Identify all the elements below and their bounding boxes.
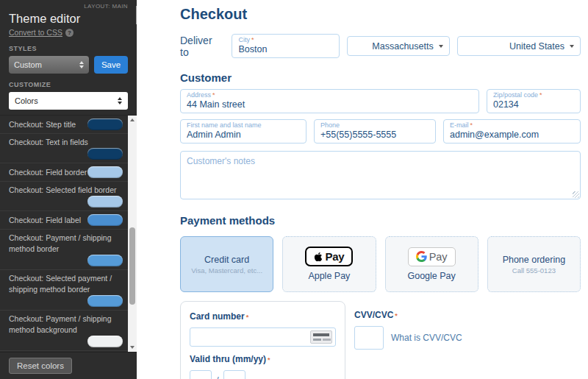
- save-button[interactable]: Save: [94, 56, 128, 74]
- scroll-down-icon[interactable]: [128, 343, 137, 352]
- required-asterisk: *: [246, 314, 249, 321]
- required-asterisk: *: [395, 312, 398, 319]
- payment-method-credit-card[interactable]: Credit card Visa, Mastercard, etc...: [180, 236, 273, 292]
- required-asterisk: *: [470, 121, 473, 129]
- color-item-selected-field-border[interactable]: Checkout: Selected field border: [0, 181, 137, 210]
- valid-thru-month-input[interactable]: [190, 370, 212, 379]
- style-select[interactable]: Custom: [9, 56, 89, 74]
- payment-methods-heading: Payment methods: [180, 214, 581, 227]
- reset-colors-button[interactable]: Reset colors: [9, 358, 72, 374]
- color-item-label: Checkout: Field border: [9, 167, 87, 178]
- payment-method-phone-ordering[interactable]: Phone ordering Call 555-0123: [487, 236, 581, 292]
- email-field-label: E-mail: [450, 121, 469, 129]
- color-item-method-border[interactable]: Checkout: Payment / shipping method bord…: [0, 229, 137, 269]
- color-swatch[interactable]: [87, 336, 123, 347]
- scrollbar-thumb[interactable]: [129, 227, 135, 305]
- email-field-value: admin@example.com: [450, 130, 574, 141]
- color-item-field-label[interactable]: Checkout: Field label: [0, 210, 137, 229]
- color-item-label: Checkout: Text in fields: [9, 137, 88, 148]
- color-item-step-title[interactable]: Checkout: Step title: [0, 116, 137, 133]
- color-item-method-background[interactable]: Checkout: Payment / shipping method back…: [0, 310, 137, 350]
- select-arrows-icon: [118, 97, 122, 105]
- apple-pay-badge: Pay: [305, 247, 353, 266]
- state-select[interactable]: Massachusetts: [347, 36, 450, 56]
- valid-thru-label: Valid thru (mm/yy): [190, 354, 266, 364]
- color-item-label: Checkout: Payment / shipping method back…: [9, 314, 123, 336]
- payment-method-subtitle: Call 555-0123: [512, 266, 556, 275]
- payment-method-title: Credit card: [204, 254, 249, 266]
- country-select[interactable]: United States: [457, 36, 581, 56]
- required-asterisk: *: [251, 36, 254, 43]
- required-asterisk: *: [212, 91, 215, 99]
- sidebar-footer: Reset colors: [0, 352, 137, 379]
- required-asterisk: *: [539, 91, 542, 99]
- color-swatch[interactable]: [87, 118, 123, 130]
- badge-pay-text: Pay: [429, 251, 448, 263]
- cvv-column: CVV/CVC* What is CVV/CVC: [354, 301, 462, 379]
- styles-label: STYLES: [9, 45, 128, 53]
- sidebar-title: Theme editor: [9, 12, 128, 26]
- zip-field-value: 02134: [493, 99, 574, 110]
- convert-to-css-link[interactable]: Convert to CSS: [9, 28, 62, 38]
- style-select-value: Custom: [14, 60, 79, 69]
- deliver-to-label: Deliver to: [180, 35, 223, 58]
- chevron-down-icon: [570, 45, 574, 48]
- color-item-field-border[interactable]: Checkout: Field border: [0, 163, 137, 181]
- address-field[interactable]: Address* 44 Main street: [180, 89, 479, 113]
- google-pay-badge: Pay: [408, 247, 456, 266]
- color-swatch[interactable]: [87, 214, 123, 226]
- color-item-text-in-fields[interactable]: Checkout: Text in fields: [0, 133, 137, 163]
- customer-notes-textarea[interactable]: [180, 151, 581, 199]
- name-field-value: Admin Admin: [187, 130, 300, 141]
- payment-method-title: Apple Pay: [308, 270, 350, 282]
- credit-card-icon: [310, 330, 332, 344]
- color-swatch[interactable]: [87, 196, 123, 208]
- card-number-input[interactable]: [190, 327, 336, 347]
- customize-select[interactable]: Colors: [9, 92, 128, 110]
- phone-field[interactable]: Phone +55(55)5555-5555: [314, 119, 436, 144]
- resize-handle[interactable]: [573, 191, 579, 198]
- required-asterisk: *: [268, 356, 270, 364]
- cvv-help-link[interactable]: What is CVV/CVC: [391, 333, 462, 343]
- customize-select-value: Colors: [15, 96, 118, 105]
- color-item-selected-method-border[interactable]: Checkout: Selected payment / shipping me…: [0, 269, 137, 310]
- sidebar-scrollbar[interactable]: [128, 116, 137, 352]
- deliver-to-row: Deliver to City* Boston Massachusetts Un…: [180, 34, 581, 58]
- name-field-label: First name and last name: [187, 121, 262, 129]
- color-swatch[interactable]: [87, 148, 123, 160]
- valid-thru-year-input[interactable]: [223, 370, 245, 379]
- payment-methods-row: Credit card Visa, Mastercard, etc... Pay…: [180, 236, 581, 292]
- address-field-value: 44 Main street: [187, 99, 473, 110]
- city-field-value: Boston: [238, 44, 333, 55]
- email-field[interactable]: E-mail* admin@example.com: [443, 119, 581, 144]
- help-icon[interactable]: ?: [65, 29, 74, 37]
- card-number-label: Card number: [190, 311, 245, 322]
- badge-pay-text: Pay: [325, 250, 344, 263]
- country-select-value: United States: [509, 41, 564, 52]
- cvv-input[interactable]: [354, 326, 384, 350]
- zip-field-label: Zip/postal code: [493, 91, 538, 99]
- google-g-logo-icon: [416, 251, 427, 262]
- slash-separator: /: [216, 375, 219, 379]
- color-swatch[interactable]: [87, 255, 123, 266]
- payment-method-apple-pay[interactable]: Pay Apple Pay: [282, 236, 376, 292]
- payment-method-title: Google Pay: [407, 270, 455, 282]
- color-item-label: Checkout: Payment / shipping method bord…: [9, 233, 123, 255]
- color-item-label: Checkout: Field label: [9, 215, 81, 226]
- sidebar-header: LAYOUT: MAIN Theme editor Convert to CSS…: [0, 0, 137, 115]
- city-field[interactable]: City* Boston: [232, 34, 340, 58]
- color-swatch[interactable]: [87, 166, 123, 178]
- color-settings-list: Checkout: Step title Checkout: Text in f…: [0, 115, 137, 352]
- name-field[interactable]: First name and last name Admin Admin: [180, 119, 306, 144]
- page-title: Checkout: [180, 6, 581, 22]
- color-item-selected-method-background[interactable]: Checkout: Selected payment / shipping me…: [0, 350, 137, 352]
- zip-field[interactable]: Zip/postal code* 02134: [487, 89, 581, 113]
- payment-method-subtitle: Visa, Mastercard, etc...: [191, 266, 262, 275]
- scrollbar-track[interactable]: [128, 124, 137, 343]
- scroll-up-icon[interactable]: [128, 116, 137, 124]
- color-swatch[interactable]: [87, 295, 123, 307]
- city-field-label: City: [238, 36, 250, 43]
- payment-method-google-pay[interactable]: Pay Google Pay: [385, 236, 478, 292]
- customer-heading: Customer: [180, 71, 581, 85]
- payment-method-title: Phone ordering: [503, 254, 565, 266]
